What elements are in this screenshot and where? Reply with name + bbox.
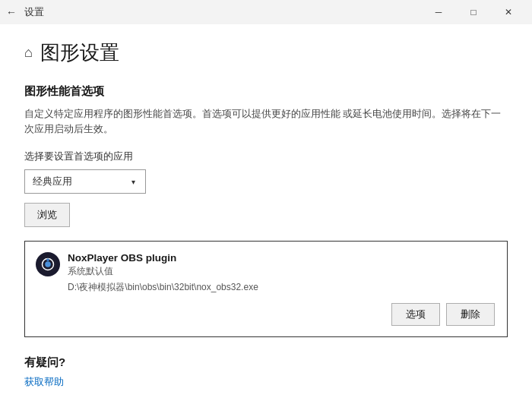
title-bar-text: 设置 [24, 5, 421, 19]
page-title: 图形设置 [40, 39, 119, 66]
svg-point-2 [45, 261, 51, 267]
faq-link[interactable]: 获取帮助 [24, 376, 64, 387]
back-button[interactable]: ← [6, 6, 17, 18]
main-content: ⌂ 图形设置 图形性能首选项 自定义特定应用程序的图形性能首选项。首选项可以提供… [0, 24, 532, 420]
app-name: NoxPlayer OBS plugin [68, 252, 176, 264]
app-card-actions: 选项 删除 [36, 303, 495, 326]
app-card: NoxPlayer OBS plugin 系统默认值 D:\夜神模拟器\bin\… [24, 241, 508, 337]
page-header: ⌂ 图形设置 [24, 39, 508, 66]
faq-title: 有疑问? [24, 355, 508, 370]
app-path: D:\夜神模拟器\bin\obs\bin\32bit\nox_obs32.exe [68, 281, 495, 294]
remove-button[interactable]: 删除 [446, 303, 495, 326]
home-icon: ⌂ [24, 45, 33, 61]
options-button[interactable]: 选项 [391, 303, 440, 326]
faq-section: 有疑问? 获取帮助 [24, 355, 508, 389]
app-type-dropdown[interactable]: 经典应用 ▾ [24, 169, 146, 194]
app-status: 系统默认值 [68, 265, 176, 278]
field-label: 选择要设置首选项的应用 [24, 150, 508, 163]
chevron-down-icon: ▾ [121, 169, 145, 194]
dropdown-value: 经典应用 [25, 175, 121, 188]
svg-point-3 [46, 258, 49, 261]
app-icon [36, 252, 60, 276]
title-bar: ← 设置 ─ □ ✕ [0, 0, 532, 24]
title-bar-controls: ─ □ ✕ [421, 0, 526, 24]
description: 自定义特定应用程序的图形性能首选项。首选项可以提供更好的应用性能 或延长电池使用… [24, 106, 508, 137]
minimize-button[interactable]: ─ [421, 0, 456, 24]
app-info: NoxPlayer OBS plugin 系统默认值 [68, 252, 176, 278]
maximize-button[interactable]: □ [456, 0, 491, 24]
section-title: 图形性能首选项 [24, 84, 508, 99]
close-button[interactable]: ✕ [491, 0, 526, 24]
browse-button[interactable]: 浏览 [24, 203, 70, 227]
app-card-header: NoxPlayer OBS plugin 系统默认值 [36, 252, 495, 278]
